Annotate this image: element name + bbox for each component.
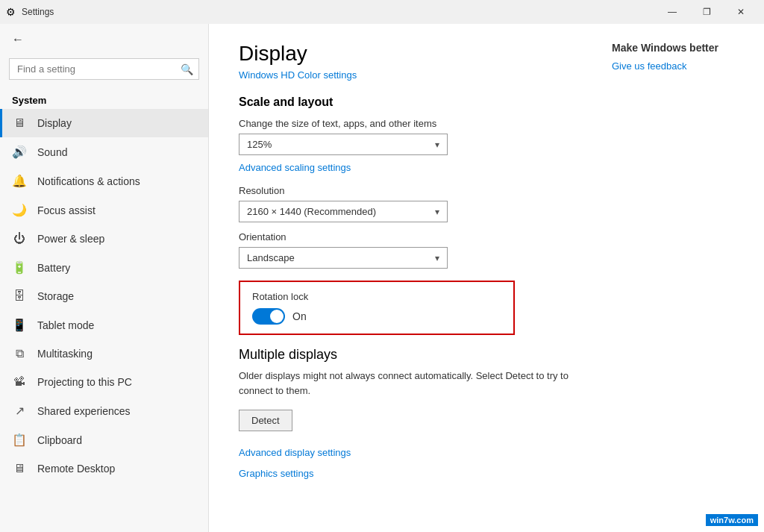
sidebar-item-shared[interactable]: ↗ Shared experiences [0,396,208,425]
orientation-dropdown[interactable]: Landscape ▾ [239,247,448,269]
resolution-value: 2160 × 1440 (Recommended) [247,206,376,217]
battery-icon: 🔋 [12,260,27,275]
settings-icon: ⚙ [6,6,16,18]
sidebar-scroll: System 🖥 Display 🔊 Sound 🔔 Notifications… [0,89,208,532]
sidebar-item-label-display: Display [37,117,72,129]
sidebar-item-display[interactable]: 🖥 Display [0,109,208,137]
toggle-row: On [252,308,501,325]
projecting-icon: 📽 [12,375,27,389]
sidebar-item-label-multitasking: Multitasking [37,348,93,360]
sidebar-item-projecting[interactable]: 📽 Projecting to this PC [0,368,208,396]
scale-label: Change the size of text, apps, and other… [239,118,570,129]
sidebar-item-label-power: Power & sleep [37,233,104,245]
orientation-value: Landscape [247,252,295,263]
tablet-icon: 📱 [12,318,27,332]
scale-value: 125% [247,139,272,150]
watermark: win7w.com [706,514,758,526]
multiple-displays-title: Multiple displays [239,347,570,363]
sidebar-item-label-storage: Storage [37,290,74,302]
scale-chevron-icon: ▾ [435,140,439,150]
sidebar-item-label-battery: Battery [37,262,70,274]
sidebar-item-tablet[interactable]: 📱 Tablet mode [0,310,208,339]
sidebar-item-clipboard[interactable]: 📋 Clipboard [0,425,208,454]
sidebar-item-remote[interactable]: 🖥 Remote Desktop [0,454,208,483]
sidebar-item-label-notifications: Notifications & actions [37,175,140,187]
sidebar-item-label-sound: Sound [37,146,67,158]
sidebar-item-label-remote: Remote Desktop [37,463,115,475]
orientation-label: Orientation [239,231,570,242]
right-panel: Make Windows better Give us feedback [600,24,764,532]
graphics-link[interactable]: Graphics settings [239,468,313,479]
sidebar-item-power[interactable]: ⏻ Power & sleep [0,225,208,253]
multiple-displays-desc: Older displays might not always connect … [239,369,570,398]
back-arrow-icon: ← [12,33,24,46]
sidebar-item-multitasking[interactable]: ⧉ Multitasking [0,339,208,368]
power-icon: ⏻ [12,232,27,245]
focus-icon: 🌙 [12,203,27,217]
search-icon: 🔍 [181,63,193,75]
sidebar-item-sound[interactable]: 🔊 Sound [0,137,208,166]
titlebar-controls: — ❐ ✕ [655,0,758,24]
rotation-lock-box: Rotation lock On [239,281,515,335]
main-content: Display Windows HD Color settings Scale … [209,24,600,532]
titlebar-title: Settings [22,7,54,17]
multitasking-icon: ⧉ [12,347,27,360]
titlebar: ⚙ Settings — ❐ ✕ [0,0,764,24]
scale-dropdown[interactable]: 125% ▾ [239,134,448,155]
remote-icon: 🖥 [12,462,27,475]
sidebar-item-focus[interactable]: 🌙 Focus assist [0,195,208,225]
sidebar-item-label-projecting: Projecting to this PC [37,376,132,388]
detect-button[interactable]: Detect [239,410,292,431]
sidebar: ← 🔍 System 🖥 Display 🔊 Sound 🔔 Notificat… [0,24,209,532]
sound-icon: 🔊 [12,145,27,159]
rotation-lock-state: On [292,310,307,322]
rotation-lock-toggle[interactable] [252,308,285,325]
feedback-link[interactable]: Give us feedback [612,60,686,72]
toggle-knob [270,310,284,323]
search-input[interactable] [9,58,199,80]
advanced-scaling-link[interactable]: Advanced scaling settings [239,162,351,173]
clipboard-icon: 📋 [12,433,27,447]
windows-hd-link[interactable]: Windows HD Color settings [239,69,357,81]
resolution-dropdown[interactable]: 2160 × 1440 (Recommended) ▾ [239,201,448,222]
resolution-chevron-icon: ▾ [435,207,439,217]
titlebar-left: ⚙ Settings [6,6,54,18]
back-button[interactable]: ← [0,24,208,55]
advanced-display-link[interactable]: Advanced display settings [239,447,351,458]
storage-icon: 🗄 [12,290,27,303]
sidebar-item-label-tablet: Tablet mode [37,319,94,331]
sidebar-item-label-clipboard: Clipboard [37,434,82,446]
restore-button[interactable]: ❐ [689,0,724,24]
right-panel-title: Make Windows better [612,42,752,54]
scale-section-title: Scale and layout [239,96,570,109]
close-button[interactable]: ✕ [724,0,758,24]
resolution-label: Resolution [239,185,570,196]
shared-icon: ↗ [12,404,27,418]
sidebar-item-label-focus: Focus assist [37,204,96,216]
app-container: ← 🔍 System 🖥 Display 🔊 Sound 🔔 Notificat… [0,24,764,532]
sidebar-section-title: System [0,89,208,109]
sidebar-item-notifications[interactable]: 🔔 Notifications & actions [0,166,208,195]
sidebar-item-battery[interactable]: 🔋 Battery [0,253,208,282]
notifications-icon: 🔔 [12,174,27,188]
sidebar-item-storage[interactable]: 🗄 Storage [0,282,208,310]
minimize-button[interactable]: — [655,0,689,24]
sidebar-item-label-shared: Shared experiences [37,405,131,417]
rotation-lock-label: Rotation lock [252,291,501,302]
orientation-chevron-icon: ▾ [435,253,439,263]
page-title: Display [239,42,570,66]
display-icon: 🖥 [12,116,27,130]
sidebar-search-container: 🔍 [9,58,199,80]
